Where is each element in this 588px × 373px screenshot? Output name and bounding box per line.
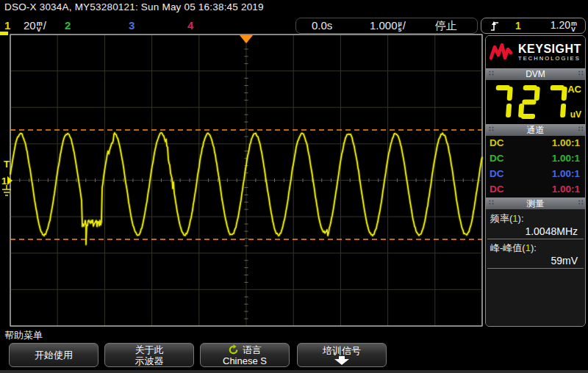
grip-icon: ∷ [489,125,492,133]
channels-section-header[interactable]: ∷ 通道 ∷ [486,124,585,136]
oscilloscope-screen: DSO-X 3034A, MY53280121: Sun May 05 16:3… [0,0,588,373]
channel-ground-marker: 1 [1,175,7,186]
trigger-level-marker: T [4,159,10,170]
grip-icon: ∷ [578,69,582,77]
measurement-label-frequency: 频率(1): [490,212,524,225]
keysight-logo: KEYSIGHT TECHNOLOGIES [486,36,585,68]
down-arrow-icon [333,356,351,365]
grip-icon: ∷ [578,198,582,206]
channel-list: DC1.00:1 DC1.00:1 DC1.00:1 DC1.00:1 [486,136,585,198]
unit-stack: mV [571,21,577,32]
softkey-about-oscilloscope[interactable]: 关于此示波器 [104,343,194,367]
brand-name: KEYSIGHT [518,43,581,55]
dvm-section-header[interactable]: ∷ DVM ∷ [486,68,585,80]
grip-icon: ∷ [578,125,582,133]
measurement-value-pkpk: 59mV [551,255,578,267]
trigger-box[interactable]: 1 1.20mV [481,18,586,34]
dvm-mode: AC [567,84,581,95]
dvm-title: DVM [526,69,545,79]
softkey-training-signals[interactable]: 培训信号 [297,343,387,367]
grip-icon: ∷ [489,198,492,206]
divider [487,239,584,239]
measure-title: 测量 [527,198,545,210]
measurement-list: 频率(1): 1.0048MHz 峰-峰值(1): 59mV [486,209,585,327]
trigger-level: 1.20mV [551,19,578,32]
waveform-display: T1 [0,0,485,373]
dvm-display: AC uV [486,80,585,124]
divider [487,268,584,269]
sidebar-panel: KEYSIGHT TECHNOLOGIES ∷ DVM ∷ AC uV ∷ 通道… [485,35,586,327]
menu-title: 帮助菜单 [4,329,43,342]
trigger-source: 1 [515,20,521,32]
dvm-unit: uV [570,109,581,120]
cycle-icon [228,344,239,355]
channel-row-1[interactable]: DC1.00:1 [486,136,585,151]
edge-trigger-icon [490,20,499,32]
measurement-value-frequency: 1.0048MHz [525,225,578,237]
channel-row-2[interactable]: DC1.00:1 [486,151,585,167]
measure-section-header[interactable]: ∷ 测量 ∷ [486,198,585,209]
softkey-getting-started[interactable]: 开始使用 [9,343,98,367]
bottom-strip [0,370,588,373]
keysight-spark-icon [489,42,514,62]
softkey-language[interactable]: 语言 Chinese S [200,343,290,367]
channels-title: 通道 [527,124,545,137]
measurement-label-pkpk: 峰-峰值(1): [490,242,537,255]
grip-icon: ∷ [489,69,492,77]
channel-row-3[interactable]: DC1.00:1 [486,167,585,182]
channel-row-4[interactable]: DC1.00:1 [486,182,585,198]
brand-sub: TECHNOLOGIES [518,55,581,62]
